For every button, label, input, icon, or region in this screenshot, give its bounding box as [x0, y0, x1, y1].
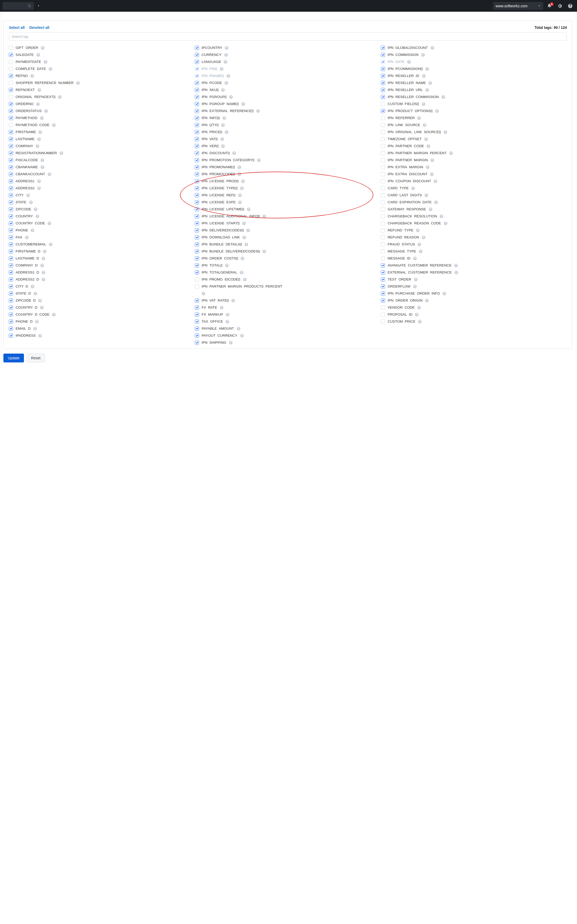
help-icon[interactable] — [425, 67, 429, 71]
help-icon[interactable] — [242, 102, 245, 106]
tag-checkbox[interactable] — [9, 158, 13, 162]
tag-checkbox[interactable] — [381, 74, 385, 78]
tag-checkbox[interactable] — [9, 137, 13, 141]
help-icon[interactable] — [440, 214, 443, 218]
tag-checkbox[interactable] — [195, 130, 199, 134]
tag-checkbox[interactable] — [195, 284, 199, 289]
help-icon[interactable] — [48, 222, 51, 225]
help-icon[interactable] — [425, 88, 429, 92]
help-icon[interactable] — [242, 236, 246, 239]
tag-checkbox[interactable] — [9, 67, 13, 71]
help-icon[interactable] — [221, 88, 225, 92]
tag-checkbox[interactable] — [9, 130, 13, 134]
tag-checkbox[interactable] — [9, 242, 13, 246]
tag-checkbox[interactable] — [381, 158, 385, 162]
help-icon[interactable] — [413, 257, 417, 260]
tag-checkbox[interactable] — [195, 341, 199, 345]
search-tag-input[interactable] — [9, 32, 567, 40]
tag-checkbox[interactable] — [9, 200, 13, 204]
tag-checkbox[interactable] — [195, 221, 199, 225]
tag-checkbox[interactable] — [381, 200, 385, 204]
tag-checkbox[interactable] — [9, 270, 13, 275]
tag-checkbox[interactable] — [195, 95, 199, 99]
tag-checkbox[interactable] — [9, 186, 13, 190]
tag-checkbox[interactable] — [381, 256, 385, 260]
help-icon[interactable] — [241, 179, 245, 183]
help-icon[interactable] — [34, 207, 37, 211]
help-icon[interactable] — [242, 222, 246, 225]
tag-checkbox[interactable] — [195, 123, 199, 127]
help-icon[interactable] — [226, 313, 229, 317]
help-icon[interactable] — [237, 166, 241, 169]
tag-checkbox[interactable] — [381, 179, 385, 183]
tag-checkbox[interactable] — [195, 46, 199, 50]
deselect-all-link[interactable]: Deselect all — [29, 26, 50, 30]
help-icon[interactable] — [40, 158, 44, 162]
tag-checkbox[interactable] — [195, 305, 199, 310]
tag-checkbox[interactable] — [381, 67, 385, 71]
help-icon[interactable] — [413, 285, 417, 288]
help-icon[interactable] — [425, 299, 429, 302]
help-icon[interactable] — [41, 46, 45, 50]
help-icon[interactable] — [33, 327, 37, 331]
help-icon[interactable] — [43, 249, 47, 253]
tag-checkbox[interactable] — [381, 53, 385, 57]
help-icon[interactable] — [238, 201, 242, 204]
help-icon[interactable] — [417, 306, 421, 309]
tag-checkbox[interactable] — [195, 320, 199, 324]
tag-checkbox[interactable] — [381, 193, 385, 197]
tag-checkbox[interactable] — [381, 116, 385, 120]
help-icon[interactable] — [430, 46, 434, 50]
tag-checkbox[interactable] — [9, 284, 13, 289]
help-icon[interactable] — [225, 46, 229, 50]
help-icon[interactable] — [221, 123, 225, 127]
tag-checkbox[interactable] — [9, 172, 13, 176]
help-icon[interactable] — [31, 228, 34, 232]
tag-checkbox[interactable] — [195, 172, 199, 176]
tag-checkbox[interactable] — [195, 312, 199, 317]
reset-button[interactable]: Reset — [27, 354, 45, 362]
help-icon[interactable] — [229, 95, 233, 99]
help-icon[interactable] — [29, 201, 33, 204]
help-icon[interactable] — [417, 116, 421, 120]
help-icon[interactable] — [221, 144, 225, 148]
tag-checkbox[interactable] — [9, 334, 13, 338]
help-icon[interactable] — [26, 193, 30, 197]
help-icon[interactable] — [444, 222, 448, 225]
tag-checkbox[interactable] — [195, 326, 199, 331]
tag-checkbox[interactable] — [9, 81, 13, 85]
tag-checkbox[interactable] — [9, 264, 13, 268]
help-icon[interactable] — [52, 313, 56, 317]
help-icon[interactable] — [424, 137, 428, 141]
help-icon[interactable] — [245, 243, 248, 246]
help-icon[interactable] — [25, 236, 29, 239]
help-icon[interactable] — [238, 193, 242, 197]
tag-checkbox[interactable] — [195, 249, 199, 254]
tag-checkbox[interactable] — [195, 242, 199, 246]
help-icon[interactable] — [455, 271, 458, 274]
help-icon[interactable] — [220, 137, 224, 141]
help-icon[interactable] — [422, 74, 425, 78]
help-icon[interactable] — [443, 130, 447, 134]
help-icon[interactable] — [263, 249, 266, 253]
tag-checkbox[interactable] — [381, 221, 385, 225]
tag-checkbox[interactable] — [195, 179, 199, 183]
tag-checkbox[interactable] — [9, 102, 13, 106]
help-icon[interactable] — [226, 320, 229, 323]
help-icon[interactable] — [435, 109, 439, 113]
tag-checkbox[interactable] — [9, 207, 13, 211]
settings-button[interactable] — [557, 3, 562, 8]
help-icon[interactable] — [35, 214, 39, 218]
help-icon[interactable] — [34, 292, 37, 295]
tag-checkbox[interactable] — [9, 193, 13, 197]
tag-checkbox[interactable] — [381, 186, 385, 190]
help-icon[interactable] — [42, 257, 45, 260]
tag-checkbox[interactable] — [9, 326, 13, 331]
help-icon[interactable] — [220, 306, 224, 309]
help-icon[interactable] — [257, 158, 261, 162]
tag-checkbox[interactable] — [195, 102, 199, 106]
help-icon[interactable] — [263, 214, 266, 218]
tag-checkbox[interactable] — [9, 165, 13, 169]
help-icon[interactable] — [38, 334, 42, 337]
tag-checkbox[interactable] — [9, 109, 13, 113]
